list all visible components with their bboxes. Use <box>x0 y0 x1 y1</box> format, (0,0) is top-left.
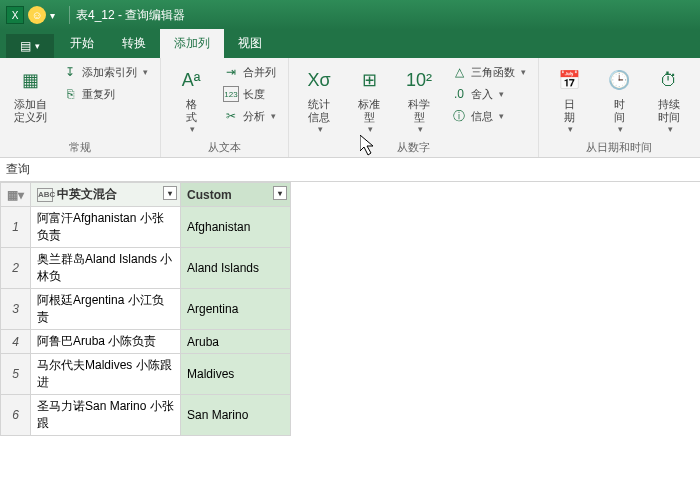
cell[interactable]: Aruba <box>181 330 291 354</box>
statistics-button[interactable]: Xσ 统计 信息▾ <box>297 62 341 136</box>
tab-transform[interactable]: 转换 <box>108 29 160 58</box>
merge-columns-button[interactable]: ⇥合并列 <box>219 62 280 82</box>
chevron-down-icon: ▾ <box>499 89 504 99</box>
time-button[interactable]: 🕒 时 间▾ <box>597 62 641 136</box>
data-grid[interactable]: ▦▾ ABC中英文混合 ▾ Custom ▾ 1阿富汗Afghanistan 小… <box>0 182 291 436</box>
ribbon-group-text: Aª 格 式 ▾ ⇥合并列 123长度 ✂分析▾ 从文本 <box>161 58 289 157</box>
rounding-button[interactable]: .0舍入▾ <box>447 84 530 104</box>
calc-icon: ⊞ <box>353 64 385 96</box>
column-header-2-label: Custom <box>187 188 232 202</box>
app-icon: X <box>6 6 24 24</box>
query-label-bar: 查询 <box>0 158 700 182</box>
calendar-icon: 📅 <box>553 64 585 96</box>
date-label: 日 期 <box>564 98 575 124</box>
info-icon: ⓘ <box>451 108 467 124</box>
format-icon: Aª <box>175 64 207 96</box>
ribbon-group-general: ▦ 添加自 定义列 ↧添加索引列▾ ⎘重复列 常规 <box>0 58 161 157</box>
table-row[interactable]: 3阿根廷Argentina 小江负责Argentina <box>1 289 291 330</box>
column-header-1-label: 中英文混合 <box>57 187 117 201</box>
trig-button[interactable]: △三角函数▾ <box>447 62 530 82</box>
length-label: 长度 <box>243 87 265 102</box>
parse-label: 分析 <box>243 109 265 124</box>
cell[interactable]: 阿富汗Afghanistan 小张负责 <box>31 207 181 248</box>
chevron-down-icon: ▾ <box>318 124 323 134</box>
table-row[interactable]: 2奥兰群岛Aland Islands 小林负Aland Islands <box>1 248 291 289</box>
table-icon: ▦ <box>14 64 46 96</box>
chevron-down-icon: ▾ <box>618 124 623 134</box>
group-label-general: 常规 <box>8 138 152 155</box>
cell[interactable]: Argentina <box>181 289 291 330</box>
data-grid-wrap: ▦▾ ABC中英文混合 ▾ Custom ▾ 1阿富汗Afghanistan 小… <box>0 182 700 436</box>
column-header-2[interactable]: Custom ▾ <box>181 183 291 207</box>
row-number: 2 <box>1 248 31 289</box>
chevron-down-icon: ▾ <box>368 124 373 134</box>
cell[interactable]: 阿根廷Argentina 小江负责 <box>31 289 181 330</box>
date-button[interactable]: 📅 日 期▾ <box>547 62 591 136</box>
row-number: 5 <box>1 354 31 395</box>
chevron-down-icon: ▾ <box>521 67 526 77</box>
cell[interactable]: San Marino <box>181 395 291 436</box>
filter-dropdown-icon[interactable]: ▾ <box>273 186 287 200</box>
tab-view[interactable]: 视图 <box>224 29 276 58</box>
cell[interactable]: 奥兰群岛Aland Islands 小林负 <box>31 248 181 289</box>
tab-add-column[interactable]: 添加列 <box>160 29 224 58</box>
exponent-icon: 10² <box>403 64 435 96</box>
scientific-button[interactable]: 10² 科学 型▾ <box>397 62 441 136</box>
chevron-down-icon: ▾ <box>499 111 504 121</box>
datatype-text-icon: ABC <box>37 188 53 202</box>
parse-button[interactable]: ✂分析▾ <box>219 106 280 126</box>
row-number: 1 <box>1 207 31 248</box>
format-label: 格 式 <box>186 98 197 124</box>
filter-dropdown-icon[interactable]: ▾ <box>163 186 177 200</box>
duplicate-column-button[interactable]: ⎘重复列 <box>58 84 152 104</box>
qat-smiley-icon[interactable]: ☺ <box>28 6 46 24</box>
table-row[interactable]: 4阿鲁巴Aruba 小陈负责Aruba <box>1 330 291 354</box>
cell[interactable]: 阿鲁巴Aruba 小陈负责 <box>31 330 181 354</box>
column-header-1[interactable]: ABC中英文混合 ▾ <box>31 183 181 207</box>
info-button[interactable]: ⓘ信息▾ <box>447 106 530 126</box>
length-button[interactable]: 123长度 <box>219 84 280 104</box>
group-label-datetime: 从日期和时间 <box>547 138 691 155</box>
cell[interactable]: Aland Islands <box>181 248 291 289</box>
chevron-down-icon: ▾ <box>190 124 195 134</box>
chevron-down-icon: ▾ <box>143 67 148 77</box>
window-title: 表4_12 - 查询编辑器 <box>76 7 185 24</box>
file-tab-caret-icon: ▾ <box>35 41 40 51</box>
file-tab[interactable]: ▤▾ <box>6 34 54 58</box>
tab-home[interactable]: 开始 <box>56 29 108 58</box>
table-row[interactable]: 5马尔代夫Maldives 小陈跟进Maldives <box>1 354 291 395</box>
standard-label: 标准 型 <box>358 98 380 124</box>
add-custom-column-button[interactable]: ▦ 添加自 定义列 <box>8 62 52 126</box>
select-all-corner[interactable]: ▦▾ <box>1 183 31 207</box>
group-label-text: 从文本 <box>169 138 280 155</box>
index-icon: ↧ <box>62 64 78 80</box>
cell[interactable]: 马尔代夫Maldives 小陈跟进 <box>31 354 181 395</box>
table-row[interactable]: 1阿富汗Afghanistan 小张负责Afghanistan <box>1 207 291 248</box>
rounding-label: 舍入 <box>471 87 493 102</box>
format-button[interactable]: Aª 格 式 ▾ <box>169 62 213 136</box>
add-index-column-button[interactable]: ↧添加索引列▾ <box>58 62 152 82</box>
duration-button[interactable]: ⏱ 持续 时间▾ <box>647 62 691 136</box>
cell[interactable]: Maldives <box>181 354 291 395</box>
parse-icon: ✂ <box>223 108 239 124</box>
ribbon-group-datetime: 📅 日 期▾ 🕒 时 间▾ ⏱ 持续 时间▾ 从日期和时间 <box>539 58 699 157</box>
cell[interactable]: Afghanistan <box>181 207 291 248</box>
ribbon: ▦ 添加自 定义列 ↧添加索引列▾ ⎘重复列 常规 Aª 格 式 ▾ ⇥合并列 … <box>0 58 700 158</box>
duration-label: 持续 时间 <box>658 98 680 124</box>
clock-icon: 🕒 <box>603 64 635 96</box>
row-number: 3 <box>1 289 31 330</box>
stopwatch-icon: ⏱ <box>653 64 685 96</box>
merge-icon: ⇥ <box>223 64 239 80</box>
time-label: 时 间 <box>614 98 625 124</box>
row-number: 4 <box>1 330 31 354</box>
ribbon-group-number: Xσ 统计 信息▾ ⊞ 标准 型▾ 10² 科学 型▾ △三角函数▾ .0舍入▾… <box>289 58 539 157</box>
qat-dropdown-icon[interactable]: ▾ <box>50 10 55 21</box>
standard-button[interactable]: ⊞ 标准 型▾ <box>347 62 391 136</box>
table-row[interactable]: 6圣马力诺San Marino 小张跟San Marino <box>1 395 291 436</box>
file-menu-icon: ▤ <box>20 39 31 53</box>
query-label: 查询 <box>6 161 30 178</box>
title-divider <box>69 6 70 24</box>
cell[interactable]: 圣马力诺San Marino 小张跟 <box>31 395 181 436</box>
chevron-down-icon: ▾ <box>418 124 423 134</box>
length-icon: 123 <box>223 86 239 102</box>
